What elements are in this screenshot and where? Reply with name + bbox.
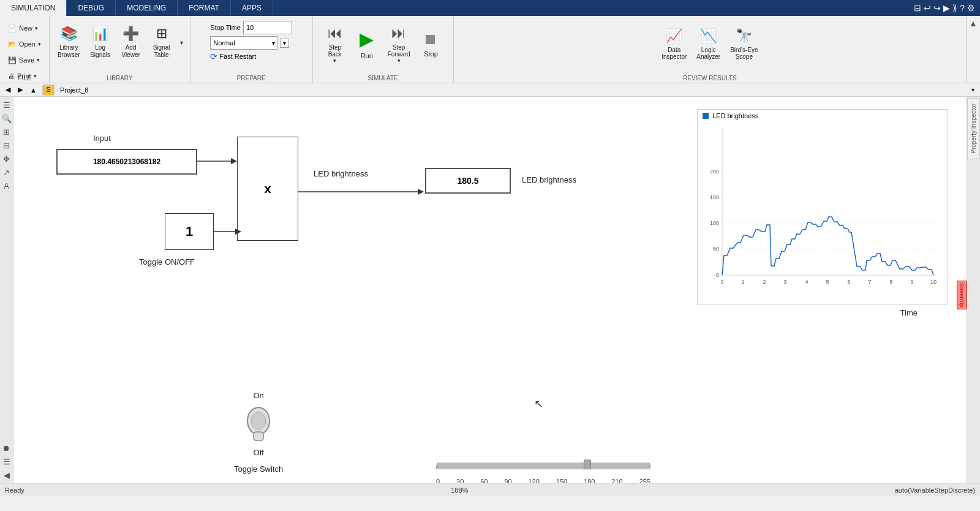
svg-text:1: 1 xyxy=(741,279,744,285)
slider-tick-150: 150 xyxy=(556,478,567,483)
status-bar: Ready 188% auto(VariableStepDiscrete) xyxy=(0,483,980,496)
stop-time-input[interactable] xyxy=(243,21,292,34)
ribbon: 📄 New ▾ 📂 Open ▾ 💾 Save ▾ 🖨 Print ▾ FILE xyxy=(0,16,980,83)
sidebar-zoom-in[interactable]: 🔍 xyxy=(1,113,12,124)
screentip-label[interactable]: ScreenTip xyxy=(957,281,967,309)
input-display[interactable]: 180.4650213068182 xyxy=(56,149,197,175)
open-button[interactable]: 📂 Open ▾ xyxy=(4,37,45,51)
slider-thumb[interactable] xyxy=(584,460,591,469)
main-area: ☰ 🔍 ⊞ ⊟ ✥ ↗ A ⏺ ☰ ◀ Input 180.4650213068… xyxy=(0,97,980,483)
stop-icon: ⏹ xyxy=(423,31,438,48)
address-nav: ◀ ▶ ▲ xyxy=(2,85,40,96)
library-browser-button[interactable]: 📚 Library Browser xyxy=(53,21,85,64)
new-dropdown-icon: ▾ xyxy=(35,25,38,31)
breadcrumb-project[interactable]: Project_8 xyxy=(57,85,91,95)
svg-text:10: 10 xyxy=(930,279,937,285)
save-dropdown-icon: ▾ xyxy=(37,57,40,63)
address-bar: ◀ ▶ ▲ S Project_8 ▾ xyxy=(0,83,980,97)
menu-tab-format[interactable]: FORMAT xyxy=(178,0,231,16)
address-bar-dropdown-button[interactable]: ▾ xyxy=(968,85,978,96)
menu-tab-debug[interactable]: DEBUG xyxy=(67,0,116,16)
svg-marker-3 xyxy=(418,189,424,195)
settings-icon[interactable]: ⚙ xyxy=(967,3,975,13)
nav-back-button[interactable]: ◀ xyxy=(2,85,13,96)
fast-restart-row[interactable]: ⟳ Fast Restart xyxy=(210,51,292,61)
menu-tab-simulation[interactable]: SIMULATION xyxy=(0,0,67,16)
logic-analyzer-icon: 📉 xyxy=(700,28,717,44)
svg-text:50: 50 xyxy=(713,246,719,252)
off-label: Off xyxy=(254,448,264,457)
stop-button[interactable]: ⏹ Stop xyxy=(415,21,446,67)
new-button[interactable]: 📄 New ▾ xyxy=(4,21,42,36)
new-icon: 📄 xyxy=(8,25,17,32)
open-dropdown-icon: ▾ xyxy=(38,41,41,47)
step-forward-button[interactable]: ⏭ Step Forward ▾ xyxy=(383,21,415,67)
step-back-button[interactable]: ⏮ Step Back ▾ xyxy=(320,21,350,67)
logic-analyzer-button[interactable]: 📉 Logic Analyzer xyxy=(692,21,725,67)
review-section-label: REVIEW RESULTS xyxy=(454,75,966,81)
output-display[interactable]: 180.5 xyxy=(425,168,511,194)
sidebar-list-btn[interactable]: ☰ xyxy=(1,456,12,467)
toggle-value-text: 1 xyxy=(186,224,193,240)
menu-tab-modeling[interactable]: MODELING xyxy=(116,0,178,16)
library-dropdown-button[interactable]: ▾ xyxy=(178,21,186,64)
svg-text:0: 0 xyxy=(716,272,719,278)
chart-svg: 0 50 100 150 200 0 1 2 3 4 5 6 7 8 xyxy=(704,122,943,293)
save-button[interactable]: 💾 Save ▾ xyxy=(4,53,44,67)
run-shortcut-icon[interactable]: ▶ xyxy=(943,3,950,13)
data-inspector-button[interactable]: 📈 Data Inspector xyxy=(657,21,691,67)
library-tools: 📚 Library Browser 📊 Log Signals ➕ Add Vi… xyxy=(53,18,186,72)
sidebar-hand-tool[interactable]: ✥ xyxy=(1,153,12,164)
step-forward-dropdown-icon: ▾ xyxy=(398,58,401,64)
open-icon: 📂 xyxy=(8,40,17,48)
sidebar-select-tool[interactable]: ↗ xyxy=(1,167,12,178)
nav-forward-button[interactable]: ▶ xyxy=(15,85,26,96)
collapse-ribbon-button[interactable]: ▲ xyxy=(967,16,980,83)
sidebar-zoom-out[interactable]: ⊟ xyxy=(1,140,12,151)
sidebar-zoom-fit[interactable]: ⊞ xyxy=(1,126,12,137)
signal-table-button[interactable]: ⊞ Signal Table xyxy=(147,21,176,64)
extend-icon[interactable]: ⟫ xyxy=(952,3,957,13)
toggle-bulb-svg[interactable] xyxy=(245,403,272,445)
main-block[interactable]: x xyxy=(237,137,298,241)
log-signals-button[interactable]: 📊 Log Signals xyxy=(86,21,115,64)
sidebar-browser-toggle[interactable]: ☰ xyxy=(1,99,12,110)
menu-bar: SIMULATION DEBUG MODELING FORMAT APPS ⊟ … xyxy=(0,0,980,16)
library-browser-icon: 📚 xyxy=(61,26,77,42)
arrow-block-to-output xyxy=(298,183,427,201)
undo-icon[interactable]: ↩ xyxy=(924,3,931,13)
toggle-block[interactable]: 1 xyxy=(165,213,214,250)
svg-text:7: 7 xyxy=(868,279,871,285)
breadcrumb: Project_8 xyxy=(57,85,966,95)
fast-restart-label: Fast Restart xyxy=(219,53,256,60)
add-viewer-button[interactable]: ➕ Add Viewer xyxy=(116,21,146,64)
redo-icon[interactable]: ↪ xyxy=(933,3,941,13)
collapse-ribbon-icon: ▲ xyxy=(969,18,978,28)
fast-restart-icon: ⟳ xyxy=(210,51,217,61)
file-section-label: FILE xyxy=(0,75,49,81)
help-icon[interactable]: ? xyxy=(960,3,965,13)
svg-text:150: 150 xyxy=(710,194,719,200)
stop-time-row: Stop Time xyxy=(210,21,292,34)
sidebar-collapse-btn[interactable]: ◀ xyxy=(1,469,12,480)
window-icon-1[interactable]: ⊟ xyxy=(914,3,921,13)
menu-tab-apps[interactable]: APPS xyxy=(231,0,273,16)
mode-dropdown-btn[interactable]: ▾ xyxy=(280,39,289,48)
sidebar-annotation[interactable]: A xyxy=(1,180,12,191)
toggle-switch-area: On Off Toggle Switch xyxy=(234,391,283,469)
simulate-section-label: SIMULATE xyxy=(313,75,453,81)
nav-up-button[interactable]: ▲ xyxy=(27,85,40,96)
property-inspector-label[interactable]: Property Inspector xyxy=(967,98,980,159)
svg-text:2: 2 xyxy=(763,279,766,285)
simulation-mode-select[interactable]: Normal Accelerator Rapid Accelerator xyxy=(210,36,277,50)
led-brightness-block-label: LED brightness xyxy=(522,175,576,184)
birds-eye-button[interactable]: 🔭 Bird's-Eye Scope xyxy=(726,21,762,67)
step-back-dropdown-icon: ▾ xyxy=(333,58,336,64)
svg-text:0: 0 xyxy=(720,279,723,285)
sidebar-record-btn[interactable]: ⏺ xyxy=(1,442,12,453)
save-icon: 💾 xyxy=(8,56,17,64)
chart-panel: LED brightness 0 50 100 150 200 xyxy=(697,109,948,305)
on-label: On xyxy=(253,391,263,400)
run-button[interactable]: ▶ Run xyxy=(352,21,382,67)
slider-tick-120: 120 xyxy=(529,478,540,483)
